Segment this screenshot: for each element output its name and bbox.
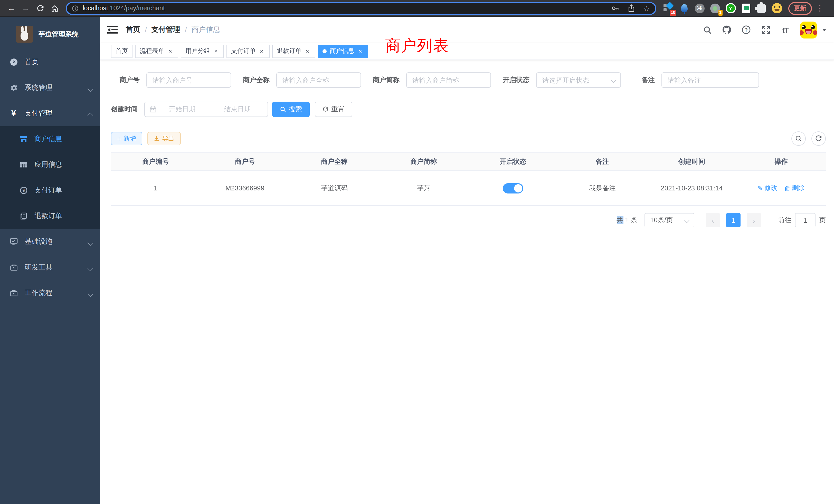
goto-page-input[interactable] — [795, 213, 815, 227]
status-toggle[interactable] — [503, 183, 523, 193]
refresh-table-button[interactable] — [811, 131, 826, 146]
browser-home-button[interactable] — [47, 1, 62, 16]
add-button[interactable]: + 新增 — [111, 132, 142, 145]
page-number-1[interactable]: 1 — [726, 213, 741, 227]
browser-forward-button[interactable]: → — [19, 1, 33, 16]
goto-label: 前往 — [778, 215, 791, 225]
share-icon[interactable] — [627, 4, 635, 12]
full-name-input[interactable] — [276, 72, 361, 88]
extension-recorder-icon[interactable]: 1 — [710, 3, 721, 14]
extension-tabs-icon[interactable]: 10 — [663, 3, 674, 14]
edit-button[interactable]: ✎ 修改 — [758, 184, 777, 192]
download-icon — [153, 136, 159, 142]
toggle-search-button[interactable] — [791, 131, 806, 146]
date-range-picker[interactable]: 开始日期 - 结束日期 — [144, 101, 268, 117]
cell-remark: 我是备注 — [558, 171, 647, 205]
extension-y-icon[interactable]: Y — [725, 3, 736, 14]
browser-update-button[interactable]: 更新 — [788, 2, 812, 15]
reset-button[interactable]: 重置 — [315, 101, 352, 117]
prev-page-button[interactable]: ‹ — [706, 213, 720, 227]
avatar-caret-icon[interactable] — [822, 28, 826, 31]
column-header: 创建时间 — [647, 153, 737, 170]
table-header: 商户编号 商户号 商户全称 商户简称 开启状态 备注 创建时间 操作 — [111, 153, 826, 171]
app-title: 芋道管理系统 — [39, 29, 79, 39]
close-icon[interactable]: × — [304, 48, 311, 54]
breadcrumb-separator: / — [145, 26, 147, 34]
browser-back-button[interactable]: ← — [4, 1, 19, 16]
table-row: 1 M233666999 芋道源码 芋艿 我是备注 2021-10-23 08:… — [111, 171, 826, 206]
tab-merchant-info[interactable]: 商户信息× — [318, 44, 368, 58]
remark-input[interactable] — [661, 72, 759, 88]
tab-pay-order[interactable]: 支付订单× — [226, 44, 270, 58]
extension-notes-icon[interactable] — [741, 3, 751, 14]
field-label: 商户号 — [120, 75, 140, 85]
tab-refund-order[interactable]: 退款订单× — [272, 44, 315, 58]
filter-remark: 备注 — [641, 72, 759, 88]
breadcrumb-pay[interactable]: 支付管理 — [152, 25, 180, 35]
close-icon[interactable]: × — [357, 48, 364, 54]
password-key-icon[interactable] — [611, 4, 619, 12]
range-separator: - — [208, 106, 212, 113]
page-size-select[interactable]: 10条/页 — [644, 213, 694, 227]
search-icon — [280, 106, 286, 112]
sidebar-item-dev-tools[interactable]: 研发工具 — [0, 255, 100, 280]
close-icon[interactable]: × — [258, 48, 265, 54]
tab-process-form[interactable]: 流程表单× — [135, 44, 178, 58]
column-header: 操作 — [737, 153, 826, 170]
short-name-input[interactable] — [406, 72, 491, 88]
sidebar-item-system[interactable]: 系统管理 — [0, 75, 100, 100]
screen: ← → localhost:1024/pay/merchant ☆ 10 ⌘ — [0, 0, 834, 504]
sidebar-item-pay[interactable]: ¥ 支付管理 — [0, 100, 100, 126]
sidebar-collapse-icon[interactable] — [107, 25, 117, 35]
extension-balloon-icon[interactable] — [679, 3, 690, 14]
search-icon[interactable] — [703, 25, 712, 35]
status-select[interactable] — [536, 72, 621, 88]
grid-icon — [19, 161, 28, 169]
merchant-no-input[interactable] — [146, 72, 231, 88]
breadcrumb-home[interactable]: 首页 — [126, 25, 140, 35]
extensions-puzzle-icon[interactable] — [756, 3, 767, 14]
cell-short-name: 芋艿 — [379, 171, 468, 205]
bookmark-star-icon[interactable]: ☆ — [643, 4, 650, 12]
cell-merchant-no: M233666999 — [200, 171, 290, 205]
search-button[interactable]: 搜索 — [272, 101, 310, 117]
font-size-icon[interactable]: tT — [781, 25, 790, 35]
next-page-button[interactable]: › — [747, 213, 761, 227]
extension-command-icon[interactable]: ⌘ — [694, 3, 705, 14]
calendar-icon — [150, 106, 157, 113]
user-avatar[interactable] — [800, 21, 817, 38]
profile-emoji-icon[interactable] — [771, 3, 782, 14]
github-icon[interactable] — [722, 25, 731, 35]
export-button[interactable]: 导出 — [147, 132, 180, 145]
total-count: 共 1 条 — [616, 215, 637, 225]
filter-row-2: 创建时间 开始日期 - 结束日期 — [100, 101, 834, 117]
tab-home[interactable]: 首页 — [111, 44, 132, 58]
sidebar-item-label: 应用信息 — [35, 160, 62, 169]
breadcrumb-current: 商户信息 — [192, 25, 220, 35]
address-bar[interactable]: localhost:1024/pay/merchant ☆ — [66, 2, 656, 15]
table-toolbar: + 新增 导出 — [100, 131, 834, 146]
field-label: 开启状态 — [503, 75, 529, 85]
yen-icon: ¥ — [9, 109, 18, 118]
browser-reload-button[interactable] — [33, 1, 47, 16]
sidebar-item-pay-order[interactable]: ¥ 支付订单 — [0, 178, 100, 203]
sidebar-item-workflow[interactable]: 工作流程 — [0, 280, 100, 306]
sidebar-item-label: 商户信息 — [35, 135, 62, 144]
sidebar-item-label: 支付管理 — [25, 109, 52, 118]
pay-submenu: 商户信息 应用信息 ¥ 支付订单 — [0, 126, 100, 229]
logo-row[interactable]: 芋道管理系统 — [0, 17, 100, 45]
close-icon[interactable]: × — [213, 48, 219, 54]
help-icon[interactable]: ? — [742, 25, 751, 35]
sidebar-item-merchant-info[interactable]: 商户信息 — [0, 126, 100, 152]
logo-image — [16, 26, 33, 43]
fullscreen-icon[interactable] — [761, 25, 770, 35]
sidebar-item-home[interactable]: 首页 — [0, 49, 100, 75]
sidebar-item-infra[interactable]: 基础设施 — [0, 229, 100, 255]
close-icon[interactable]: × — [167, 48, 174, 54]
delete-button[interactable]: 删除 — [784, 184, 805, 192]
start-date-placeholder: 开始日期 — [157, 105, 208, 114]
sidebar-item-app-info[interactable]: 应用信息 — [0, 152, 100, 178]
tab-user-group[interactable]: 用户分组× — [181, 44, 224, 58]
browser-menu-icon[interactable]: ⋮ — [816, 4, 824, 13]
sidebar-item-refund-order[interactable]: 退款订单 — [0, 203, 100, 229]
